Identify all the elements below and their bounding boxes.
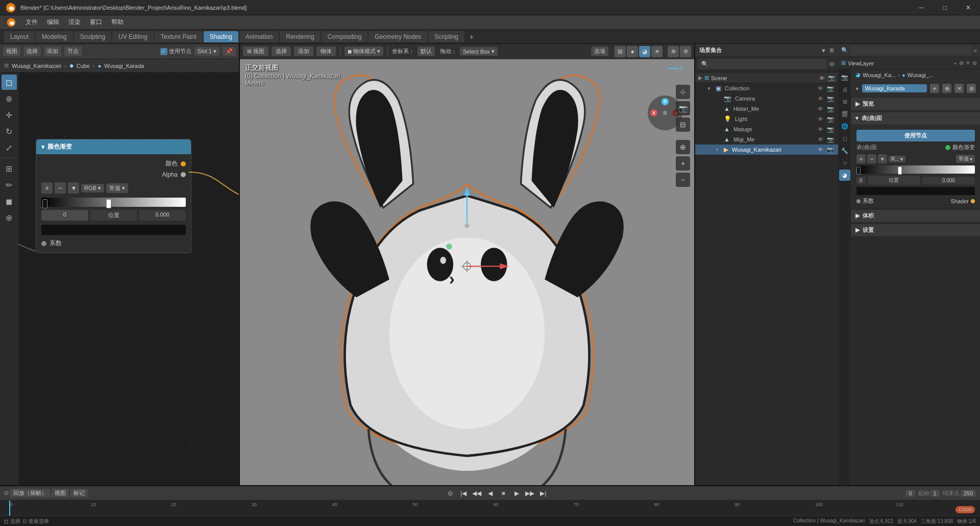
props-stop-index[interactable]: 0 <box>856 177 866 184</box>
ramp-plus-btn[interactable]: + <box>856 154 866 163</box>
viewport-ortho-btn[interactable]: ⊟ <box>676 117 690 132</box>
shading-render-btn[interactable]: ☀ <box>651 46 663 57</box>
compass-y-axis[interactable]: Y <box>662 98 669 105</box>
vp-select-btn[interactable]: 选择 <box>272 46 291 56</box>
props-scene-icon[interactable]: 🎬 <box>839 108 850 119</box>
timeline-view-btn[interactable]: 视图 <box>52 489 69 497</box>
wusagi-eye[interactable]: 👁 <box>818 147 823 153</box>
tool-scale[interactable]: ⤢ <box>2 140 17 155</box>
matuge-item[interactable]: ▲ Matuge 👁 📷 <box>695 124 838 134</box>
node-node-btn[interactable]: 节点 <box>64 46 82 56</box>
migi-me-item[interactable]: ▲ Migi_Me 👁 📷 <box>695 134 838 145</box>
timeline-playback-btn[interactable]: 回放（插帧） <box>10 489 50 497</box>
position-value-field[interactable]: 0.000 <box>139 210 186 221</box>
menu-file[interactable]: 文件 <box>21 16 42 28</box>
tab-compositing[interactable]: Compositing <box>322 31 368 42</box>
props-output-icon[interactable]: 🖨 <box>839 84 850 95</box>
node-add-btn[interactable]: 添加 <box>44 46 61 56</box>
color-mode-select[interactable]: RGB▾ <box>81 184 104 193</box>
matuge-render[interactable]: 📷 <box>827 126 834 133</box>
ramp-minus-btn[interactable]: − <box>867 154 876 163</box>
preview-header[interactable]: ▶ 预览 <box>851 98 980 110</box>
props-render-icon[interactable]: 📷 <box>839 71 850 83</box>
node-remove-stop[interactable]: − <box>55 182 66 194</box>
vl-del-btn[interactable]: ✕ <box>966 60 970 66</box>
color-preview[interactable] <box>41 225 186 235</box>
tool-annotate[interactable]: ✏ <box>2 177 17 193</box>
tl-jump-start-btn[interactable]: |◀ <box>458 488 469 499</box>
tool-move[interactable]: ✛ <box>2 107 17 123</box>
gradient-handle-white[interactable] <box>106 199 111 208</box>
outliner-display-icon[interactable]: ⊞ <box>829 47 834 54</box>
node-collapse-arrow[interactable]: ▾ <box>41 144 44 151</box>
menu-window[interactable]: 窗口 <box>86 16 106 28</box>
migi-render[interactable]: 📷 <box>827 136 834 143</box>
surface-header[interactable]: ▾ 表(曲)面 <box>851 112 980 125</box>
close-button[interactable]: ✕ <box>957 0 980 15</box>
start-frame-field[interactable]: 1 <box>930 490 940 497</box>
viewport-zoom-extend-btn[interactable]: ⊹ <box>676 85 690 99</box>
camera-item[interactable]: 📷 Camera 👁 📷 <box>695 93 838 104</box>
collection-render[interactable]: 📷 <box>827 85 834 92</box>
menu-blender[interactable] <box>2 16 20 29</box>
tab-geometry-nodes[interactable]: Geometry Nodes <box>369 31 427 42</box>
maximize-button[interactable]: □ <box>933 0 957 15</box>
light-item[interactable]: 💡 Light 👁 📷 <box>695 114 838 124</box>
window-controls[interactable]: ─ □ ✕ <box>910 0 980 15</box>
timeline-menu-icon[interactable]: ⊞ <box>4 490 9 496</box>
settings-header[interactable]: ▶ 设置 <box>851 224 980 236</box>
scene-render-icon[interactable]: 📷 <box>828 75 835 81</box>
outliner-filter-icon[interactable]: ▼ <box>821 47 826 54</box>
props-filter-icon[interactable]: ≡ <box>974 47 977 54</box>
hidari-me-item[interactable]: ▲ Hidari_Me 👁 📷 <box>695 104 838 114</box>
light-eye[interactable]: 👁 <box>818 116 823 122</box>
props-search[interactable] <box>850 46 972 55</box>
node-menu-btn[interactable]: ▾ <box>68 182 79 194</box>
factor-socket[interactable] <box>41 241 46 246</box>
shading-solid-btn[interactable]: ● <box>627 46 638 57</box>
gizmo-btn[interactable]: ⊚ <box>680 46 691 57</box>
coeffs-socket[interactable] <box>856 199 861 203</box>
interpolation-select[interactable]: 常值▾ <box>106 183 128 193</box>
add-workspace-button[interactable]: + <box>465 31 478 43</box>
tl-step-fwd-btn[interactable]: ▶▶ <box>524 488 535 499</box>
vp-coord-dropdown[interactable]: 默认 <box>418 46 435 56</box>
use-nodes-surface-btn[interactable]: 使用节点 <box>856 130 975 141</box>
tl-play-btn[interactable]: ▶ <box>511 488 522 499</box>
node-view-btn[interactable]: 视图 <box>3 46 20 56</box>
alpha-socket[interactable] <box>181 172 186 177</box>
breadcrumb-item1[interactable]: Wusagi_Kamikazari <box>12 63 61 69</box>
props-gradient-handle-white[interactable] <box>898 166 902 175</box>
props-material-icon[interactable]: ◕ <box>839 170 850 181</box>
viewport-camera-btn[interactable]: 📷 <box>676 101 690 115</box>
menu-edit[interactable]: 编辑 <box>43 16 63 28</box>
node-add-stop[interactable]: + <box>41 182 53 194</box>
tab-shading[interactable]: Shading <box>204 31 238 42</box>
select-box-dropdown[interactable]: Select Box ▾ <box>460 47 498 56</box>
minimize-button[interactable]: ─ <box>910 0 933 15</box>
normal-mode-dropdown[interactable]: 常值▾ <box>956 155 975 163</box>
wusagi-render[interactable]: 📷 <box>827 147 834 153</box>
timeline-ruler[interactable]: 0 10 20 30 40 50 60 70 80 90 100 110 <box>0 500 980 516</box>
use-nodes-checkbox[interactable]: ✓ <box>160 48 167 55</box>
vl-copy-btn[interactable]: ⊕ <box>959 60 964 66</box>
mat-copy-btn[interactable]: ⊕ <box>942 84 951 93</box>
tl-loop-btn[interactable]: ⊙ <box>445 488 456 499</box>
breadcrumb-item2[interactable]: Cube <box>77 63 90 69</box>
vp-mode-dropdown[interactable]: ◼ 物体模式 ▾ <box>345 46 383 56</box>
vp-add-btn[interactable]: 添加 <box>294 46 313 56</box>
end-frame-field[interactable]: 250 <box>961 490 976 497</box>
collection-eye[interactable]: 👁 <box>818 85 823 91</box>
overlay-btn[interactable]: ⊕ <box>668 46 679 57</box>
tl-step-back-btn[interactable]: ◀◀ <box>471 488 482 499</box>
vl-add-btn[interactable]: + <box>954 60 957 66</box>
shader-socket[interactable] <box>971 199 975 203</box>
props-float-val[interactable]: 0.000 <box>922 177 975 184</box>
compass-x-axis-pos[interactable]: X <box>650 109 657 116</box>
matuge-eye[interactable]: 👁 <box>818 126 823 132</box>
shading-material-btn[interactable]: ◕ <box>639 46 650 57</box>
scene-vis-icon[interactable]: 👁 <box>819 75 825 81</box>
viewport-zoomout-btn[interactable]: − <box>676 173 690 187</box>
tab-animation[interactable]: Animation <box>239 31 279 42</box>
r-mode-dropdown[interactable]: R...▾ <box>889 156 905 162</box>
